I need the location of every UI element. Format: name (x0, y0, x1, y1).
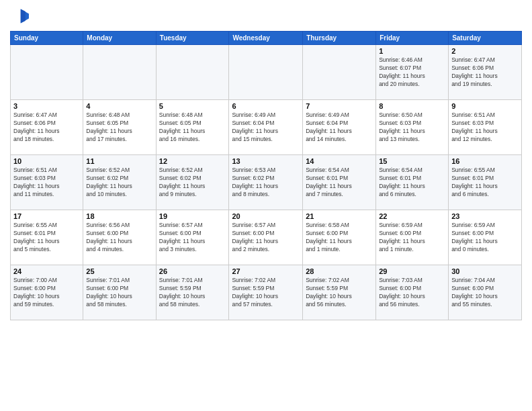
day-info: Sunrise: 7:04 AM Sunset: 6:00 PM Dayligh… (451, 277, 519, 309)
week-row-0: 1Sunrise: 6:46 AM Sunset: 6:07 PM Daylig… (11, 45, 522, 100)
calendar-cell: 21Sunrise: 6:58 AM Sunset: 6:00 PM Dayli… (303, 210, 376, 265)
calendar-cell: 3Sunrise: 6:47 AM Sunset: 6:06 PM Daylig… (11, 100, 83, 155)
day-info: Sunrise: 7:03 AM Sunset: 6:00 PM Dayligh… (379, 277, 445, 309)
calendar-cell: 19Sunrise: 6:57 AM Sunset: 6:00 PM Dayli… (156, 210, 229, 265)
day-info: Sunrise: 6:59 AM Sunset: 6:00 PM Dayligh… (379, 222, 445, 254)
day-number: 15 (379, 157, 445, 165)
calendar-cell: 26Sunrise: 7:01 AM Sunset: 5:59 PM Dayli… (156, 265, 229, 320)
calendar-cell: 5Sunrise: 6:48 AM Sunset: 6:05 PM Daylig… (156, 100, 229, 155)
day-info: Sunrise: 6:48 AM Sunset: 6:05 PM Dayligh… (86, 111, 152, 144)
calendar-cell: 7Sunrise: 6:49 AM Sunset: 6:04 PM Daylig… (303, 100, 376, 155)
day-info: Sunrise: 6:52 AM Sunset: 6:02 PM Dayligh… (86, 167, 152, 199)
day-info: Sunrise: 6:56 AM Sunset: 6:00 PM Dayligh… (86, 222, 152, 254)
day-info: Sunrise: 6:54 AM Sunset: 6:01 PM Dayligh… (306, 167, 373, 199)
day-number: 26 (159, 267, 226, 275)
day-number: 23 (451, 212, 519, 220)
col-header-tuesday: Tuesday (156, 32, 229, 45)
day-number: 12 (159, 157, 226, 165)
col-header-sunday: Sunday (11, 32, 83, 45)
calendar-cell: 16Sunrise: 6:55 AM Sunset: 6:01 PM Dayli… (449, 155, 522, 210)
day-number: 18 (86, 212, 152, 220)
day-info: Sunrise: 6:58 AM Sunset: 6:00 PM Dayligh… (306, 222, 373, 254)
col-header-wednesday: Wednesday (229, 32, 303, 45)
calendar-cell: 20Sunrise: 6:57 AM Sunset: 6:00 PM Dayli… (229, 210, 303, 265)
calendar-cell: 12Sunrise: 6:52 AM Sunset: 6:02 PM Dayli… (156, 155, 229, 210)
calendar-cell: 1Sunrise: 6:46 AM Sunset: 6:07 PM Daylig… (376, 45, 449, 100)
calendar-cell (11, 45, 83, 100)
day-number: 14 (306, 157, 373, 165)
calendar-cell: 4Sunrise: 6:48 AM Sunset: 6:05 PM Daylig… (83, 100, 156, 155)
day-number: 11 (86, 157, 152, 165)
day-info: Sunrise: 6:47 AM Sunset: 6:06 PM Dayligh… (13, 111, 80, 144)
header (10, 7, 522, 26)
day-number: 30 (451, 267, 519, 275)
day-info: Sunrise: 6:50 AM Sunset: 6:03 PM Dayligh… (379, 111, 445, 144)
day-number: 16 (451, 157, 519, 165)
calendar-cell (303, 45, 376, 100)
day-info: Sunrise: 6:46 AM Sunset: 6:07 PM Dayligh… (379, 56, 445, 89)
col-header-friday: Friday (376, 32, 449, 45)
day-number: 9 (451, 102, 519, 110)
calendar-cell: 14Sunrise: 6:54 AM Sunset: 6:01 PM Dayli… (303, 155, 376, 210)
day-number: 5 (159, 102, 226, 110)
calendar-cell: 17Sunrise: 6:55 AM Sunset: 6:01 PM Dayli… (11, 210, 83, 265)
day-number: 22 (379, 212, 445, 220)
day-number: 13 (232, 157, 300, 165)
week-row-2: 10Sunrise: 6:51 AM Sunset: 6:03 PM Dayli… (11, 155, 522, 210)
day-number: 27 (232, 267, 300, 275)
week-row-1: 3Sunrise: 6:47 AM Sunset: 6:06 PM Daylig… (11, 100, 522, 155)
day-number: 1 (379, 47, 445, 55)
day-info: Sunrise: 6:49 AM Sunset: 6:04 PM Dayligh… (306, 111, 373, 144)
day-info: Sunrise: 6:54 AM Sunset: 6:01 PM Dayligh… (379, 167, 445, 199)
calendar-cell: 6Sunrise: 6:49 AM Sunset: 6:04 PM Daylig… (229, 100, 303, 155)
day-info: Sunrise: 6:57 AM Sunset: 6:00 PM Dayligh… (232, 222, 300, 254)
logo-icon (10, 7, 29, 26)
day-info: Sunrise: 6:53 AM Sunset: 6:02 PM Dayligh… (232, 167, 300, 199)
day-info: Sunrise: 6:51 AM Sunset: 6:03 PM Dayligh… (13, 167, 80, 199)
calendar-cell: 10Sunrise: 6:51 AM Sunset: 6:03 PM Dayli… (11, 155, 83, 210)
calendar-cell: 27Sunrise: 7:02 AM Sunset: 5:59 PM Dayli… (229, 265, 303, 320)
day-number: 8 (379, 102, 445, 110)
day-number: 6 (232, 102, 300, 110)
calendar-cell: 23Sunrise: 6:59 AM Sunset: 6:00 PM Dayli… (449, 210, 522, 265)
calendar-cell (156, 45, 229, 100)
day-number: 2 (451, 47, 519, 55)
day-number: 29 (379, 267, 445, 275)
day-number: 24 (13, 267, 80, 275)
day-number: 25 (86, 267, 152, 275)
day-number: 7 (306, 102, 373, 110)
day-number: 21 (306, 212, 373, 220)
calendar-cell: 9Sunrise: 6:51 AM Sunset: 6:03 PM Daylig… (449, 100, 522, 155)
svg-marker-2 (21, 9, 26, 24)
page: SundayMondayTuesdayWednesdayThursdayFrid… (0, 0, 532, 411)
col-header-saturday: Saturday (449, 32, 522, 45)
day-info: Sunrise: 6:51 AM Sunset: 6:03 PM Dayligh… (451, 111, 519, 144)
col-header-monday: Monday (83, 32, 156, 45)
day-info: Sunrise: 6:57 AM Sunset: 6:00 PM Dayligh… (159, 222, 226, 254)
day-info: Sunrise: 6:49 AM Sunset: 6:04 PM Dayligh… (232, 111, 300, 144)
calendar-cell (83, 45, 156, 100)
day-info: Sunrise: 7:01 AM Sunset: 6:00 PM Dayligh… (86, 277, 152, 309)
logo (10, 7, 32, 26)
calendar-cell: 8Sunrise: 6:50 AM Sunset: 6:03 PM Daylig… (376, 100, 449, 155)
day-info: Sunrise: 6:52 AM Sunset: 6:02 PM Dayligh… (159, 167, 226, 199)
day-number: 28 (306, 267, 373, 275)
day-info: Sunrise: 6:55 AM Sunset: 6:01 PM Dayligh… (451, 167, 519, 199)
week-row-3: 17Sunrise: 6:55 AM Sunset: 6:01 PM Dayli… (11, 210, 522, 265)
calendar-cell: 28Sunrise: 7:02 AM Sunset: 5:59 PM Dayli… (303, 265, 376, 320)
day-number: 3 (13, 102, 80, 110)
day-info: Sunrise: 6:48 AM Sunset: 6:05 PM Dayligh… (159, 111, 226, 144)
calendar-cell: 15Sunrise: 6:54 AM Sunset: 6:01 PM Dayli… (376, 155, 449, 210)
day-info: Sunrise: 7:02 AM Sunset: 5:59 PM Dayligh… (232, 277, 300, 309)
day-number: 4 (86, 102, 152, 110)
day-number: 20 (232, 212, 300, 220)
day-number: 17 (13, 212, 80, 220)
calendar-header-row: SundayMondayTuesdayWednesdayThursdayFrid… (11, 32, 522, 45)
day-info: Sunrise: 6:55 AM Sunset: 6:01 PM Dayligh… (13, 222, 80, 254)
week-row-4: 24Sunrise: 7:00 AM Sunset: 6:00 PM Dayli… (11, 265, 522, 320)
calendar: SundayMondayTuesdayWednesdayThursdayFrid… (10, 31, 522, 320)
day-info: Sunrise: 7:01 AM Sunset: 5:59 PM Dayligh… (159, 277, 226, 309)
day-info: Sunrise: 6:47 AM Sunset: 6:06 PM Dayligh… (451, 56, 519, 89)
calendar-cell: 29Sunrise: 7:03 AM Sunset: 6:00 PM Dayli… (376, 265, 449, 320)
day-number: 10 (13, 157, 80, 165)
